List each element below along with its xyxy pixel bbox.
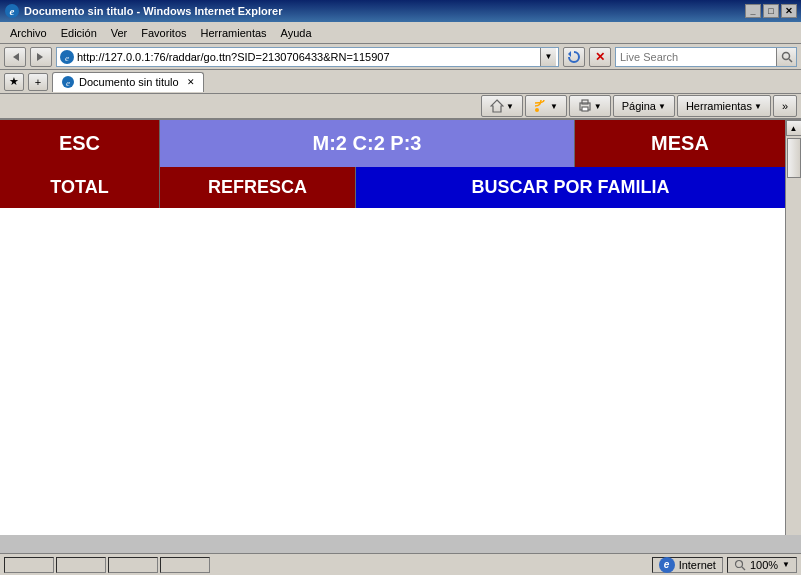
- svg-point-16: [735, 560, 742, 567]
- status-internet: e Internet: [652, 557, 723, 573]
- tools-label: Herramientas: [686, 100, 752, 112]
- svg-text:e: e: [65, 53, 69, 63]
- close-button[interactable]: ✕: [781, 4, 797, 18]
- page-content: ESC M:2 C:2 P:3 MESA TOTAL REFRESCA BUSC…: [0, 120, 785, 535]
- back-button[interactable]: [4, 47, 26, 67]
- current-tab[interactable]: e Documento sin titulo ✕: [52, 72, 204, 92]
- feeds-dropdown: ▼: [550, 102, 558, 111]
- tab-label: Documento sin titulo: [79, 76, 179, 88]
- menu-bar: Archivo Edición Ver Favoritos Herramient…: [0, 22, 801, 44]
- svg-text:e: e: [66, 78, 70, 88]
- zoom-icon: [734, 559, 746, 571]
- svg-line-8: [789, 59, 792, 62]
- toolbar-bar: ▼ ▼ ▼ Página ▼ Herramientas ▼ »: [0, 94, 801, 120]
- page-label: Página: [622, 100, 656, 112]
- print-button[interactable]: ▼: [569, 95, 611, 117]
- buscar-button[interactable]: BUSCAR POR FAMILIA: [356, 167, 785, 208]
- svg-point-7: [782, 52, 789, 59]
- address-dropdown[interactable]: ▼: [540, 48, 556, 66]
- status-zoom[interactable]: 100% ▼: [727, 557, 797, 573]
- feeds-button[interactable]: ▼: [525, 95, 567, 117]
- status-panel-4: [160, 557, 210, 573]
- home-button[interactable]: ▼: [481, 95, 523, 117]
- top-button-row: ESC M:2 C:2 P:3 MESA: [0, 120, 785, 167]
- home-dropdown: ▼: [506, 102, 514, 111]
- search-bar: [615, 47, 797, 67]
- svg-rect-14: [582, 100, 588, 104]
- browser-content: ESC M:2 C:2 P:3 MESA TOTAL REFRESCA BUSC…: [0, 120, 801, 535]
- status-panel-2: [56, 557, 106, 573]
- search-input[interactable]: [616, 48, 776, 66]
- svg-line-17: [742, 567, 745, 570]
- refresca-button[interactable]: REFRESCA: [160, 167, 356, 208]
- status-bar: e Internet 100% ▼: [0, 553, 801, 575]
- svg-marker-6: [568, 51, 571, 57]
- refresh-button[interactable]: [563, 47, 585, 67]
- view-menu[interactable]: Ver: [105, 23, 134, 43]
- nav-bar: e ▼ ✕: [0, 44, 801, 70]
- status-panel-1: [4, 557, 54, 573]
- favorites-button[interactable]: ★: [4, 73, 24, 91]
- zoom-dropdown[interactable]: ▼: [782, 560, 790, 569]
- page-dropdown: ▼: [658, 102, 666, 111]
- svg-text:e: e: [10, 5, 15, 17]
- content-area: ESC M:2 C:2 P:3 MESA TOTAL REFRESCA BUSC…: [0, 120, 785, 535]
- more-button[interactable]: »: [773, 95, 797, 117]
- svg-marker-2: [13, 53, 19, 61]
- total-button[interactable]: TOTAL: [0, 167, 160, 208]
- title-bar-left: e Documento sin titulo - Windows Interne…: [4, 3, 282, 19]
- scroll-thumb[interactable]: [787, 138, 801, 178]
- tools-menu[interactable]: Herramientas: [195, 23, 273, 43]
- address-bar: e ▼: [56, 47, 559, 67]
- esc-button[interactable]: ESC: [0, 120, 160, 167]
- tools-button[interactable]: Herramientas ▼: [677, 95, 771, 117]
- svg-marker-3: [37, 53, 43, 61]
- help-menu[interactable]: Ayuda: [275, 23, 318, 43]
- window-title: Documento sin titulo - Windows Internet …: [24, 5, 282, 17]
- forward-button[interactable]: [30, 47, 52, 67]
- tools-dropdown: ▼: [754, 102, 762, 111]
- search-go-button[interactable]: [776, 48, 796, 66]
- file-menu[interactable]: Archivo: [4, 23, 53, 43]
- address-input[interactable]: [77, 51, 540, 63]
- add-favorites-button[interactable]: +: [28, 73, 48, 91]
- tab-close[interactable]: ✕: [187, 77, 195, 87]
- mesa-button[interactable]: MESA: [575, 120, 785, 167]
- status-panels: [4, 557, 324, 573]
- svg-point-12: [535, 108, 539, 112]
- status-panel-3: [108, 557, 158, 573]
- minimize-button[interactable]: _: [745, 4, 761, 18]
- edit-menu[interactable]: Edición: [55, 23, 103, 43]
- internet-icon: e: [659, 557, 675, 573]
- vertical-scrollbar: ▲: [785, 120, 801, 535]
- tab-bar: ★ + e Documento sin titulo ✕: [0, 70, 801, 94]
- title-bar-buttons: _ □ ✕: [745, 4, 797, 18]
- maximize-button[interactable]: □: [763, 4, 779, 18]
- stop-button[interactable]: ✕: [589, 47, 611, 67]
- internet-label: Internet: [679, 559, 716, 571]
- svg-rect-15: [582, 107, 588, 111]
- scroll-up-button[interactable]: ▲: [786, 120, 802, 136]
- ie-title-icon: e: [4, 3, 20, 19]
- bottom-button-row: TOTAL REFRESCA BUSCAR POR FAMILIA: [0, 167, 785, 208]
- page-button[interactable]: Página ▼: [613, 95, 675, 117]
- print-dropdown: ▼: [594, 102, 602, 111]
- info-button[interactable]: M:2 C:2 P:3: [160, 120, 575, 167]
- title-bar: e Documento sin titulo - Windows Interne…: [0, 0, 801, 22]
- zoom-label: 100%: [750, 559, 778, 571]
- favorites-menu[interactable]: Favoritos: [135, 23, 192, 43]
- svg-marker-11: [491, 100, 503, 112]
